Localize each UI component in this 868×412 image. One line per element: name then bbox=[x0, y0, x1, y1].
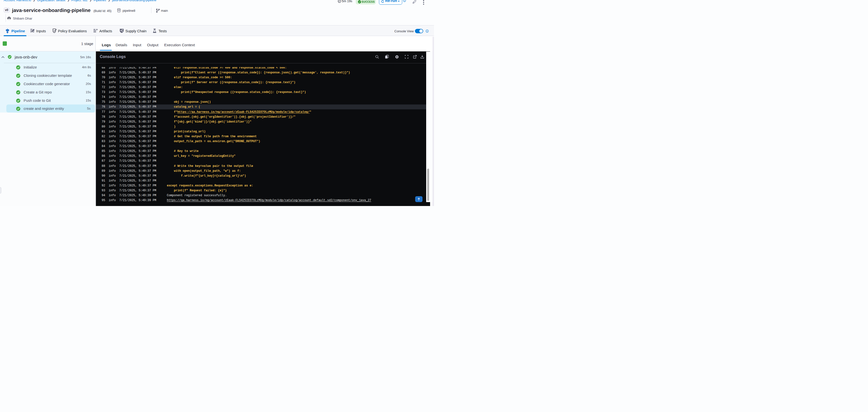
svg-text:</>: </> bbox=[118, 10, 120, 11]
